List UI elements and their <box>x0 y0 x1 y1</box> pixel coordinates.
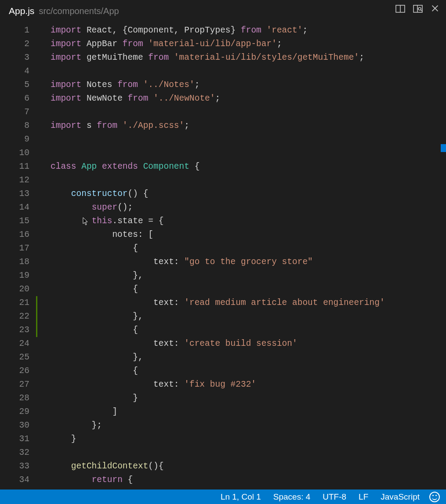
code-line[interactable]: notes: [ <box>51 228 385 242</box>
status-cursor-position[interactable]: Ln 1, Col 1 <box>221 492 261 502</box>
code-line[interactable]: { <box>51 364 385 378</box>
line-number: 25 <box>0 351 37 364</box>
line-number: 6 <box>0 92 37 105</box>
line-number: 17 <box>0 242 37 255</box>
feedback-smiley-icon[interactable] <box>429 492 440 502</box>
line-number: 28 <box>0 392 37 405</box>
line-number: 11 <box>0 160 37 174</box>
line-number: 3 <box>0 51 37 65</box>
line-number: 32 <box>0 446 37 460</box>
line-number: 26 <box>0 364 37 378</box>
line-number: 10 <box>0 146 37 160</box>
line-number: 23 <box>0 323 37 337</box>
code-line[interactable]: { <box>51 242 385 255</box>
code-line[interactable]: ] <box>51 405 385 419</box>
line-number: 12 <box>0 174 37 187</box>
code-line[interactable]: this.state = { <box>51 214 385 228</box>
code-line[interactable]: class App extends Component { <box>51 160 385 174</box>
code-content[interactable]: import React, {Component, PropTypes} fro… <box>37 22 385 489</box>
code-line[interactable]: { <box>51 283 385 296</box>
line-number: 2 <box>0 37 37 51</box>
line-number: 31 <box>0 432 37 446</box>
status-language[interactable]: JavaScript <box>381 492 420 502</box>
code-line[interactable]: import React, {Component, PropTypes} fro… <box>51 24 385 37</box>
code-line[interactable]: import NewNote from '../NewNote'; <box>51 92 385 105</box>
code-line[interactable]: import AppBar from 'material-ui/lib/app-… <box>51 37 385 51</box>
line-number: 29 <box>0 405 37 419</box>
code-line[interactable]: } <box>51 432 385 446</box>
code-line[interactable] <box>51 105 385 119</box>
tab-path: src/components/App <box>39 6 119 16</box>
code-line[interactable] <box>51 133 385 146</box>
status-encoding[interactable]: UTF-8 <box>323 492 346 502</box>
line-number: 16 <box>0 228 37 242</box>
code-line[interactable]: text: 'fix bug #232' <box>51 378 385 392</box>
code-line[interactable] <box>51 446 385 460</box>
code-line[interactable]: } <box>51 392 385 405</box>
line-number: 4 <box>0 65 37 78</box>
line-number: 8 <box>0 119 37 133</box>
line-number: 7 <box>0 105 37 119</box>
code-line[interactable] <box>51 65 385 78</box>
code-line[interactable]: }, <box>51 310 385 323</box>
code-line[interactable]: text: "go to the grocery store" <box>51 255 385 269</box>
line-number: 30 <box>0 419 37 432</box>
editor-tab-bar: App.js src/components/App <box>0 0 446 22</box>
code-line[interactable]: import s from './App.scss'; <box>51 119 385 133</box>
line-number: 27 <box>0 378 37 392</box>
line-number: 13 <box>0 187 37 201</box>
open-preview-icon[interactable] <box>413 4 423 14</box>
code-line[interactable]: getChildContext(){ <box>51 460 385 473</box>
line-number: 18 <box>0 255 37 269</box>
code-editor[interactable]: 1234567891011121314151617181920212223242… <box>0 22 446 489</box>
code-line[interactable]: import Notes from '../Notes'; <box>51 78 385 92</box>
svg-line-5 <box>421 10 422 11</box>
status-eol[interactable]: LF <box>359 492 368 502</box>
line-number: 19 <box>0 269 37 283</box>
tab-filename[interactable]: App.js <box>9 6 34 16</box>
code-line[interactable]: { <box>51 323 385 337</box>
status-indentation[interactable]: Spaces: 4 <box>273 492 311 502</box>
line-number: 5 <box>0 78 37 92</box>
close-icon[interactable] <box>430 4 441 14</box>
tab-actions <box>395 4 441 14</box>
activity-bar-edge <box>0 0 3 22</box>
line-number: 9 <box>0 133 37 146</box>
line-number: 22 <box>0 310 37 323</box>
code-line[interactable]: }, <box>51 351 385 364</box>
code-line[interactable]: return { <box>51 473 385 487</box>
line-number: 15 <box>0 214 37 228</box>
line-number-gutter: 1234567891011121314151617181920212223242… <box>0 22 37 489</box>
code-line[interactable]: }; <box>51 419 385 432</box>
line-number: 33 <box>0 460 37 473</box>
line-number: 1 <box>0 24 37 37</box>
code-line[interactable]: }, <box>51 269 385 283</box>
line-number: 14 <box>0 201 37 214</box>
split-editor-icon[interactable] <box>395 4 406 14</box>
code-line[interactable]: text: 'read medium article about enginee… <box>51 296 385 310</box>
line-number: 34 <box>0 473 37 487</box>
code-line[interactable]: super(); <box>51 201 385 214</box>
code-line[interactable] <box>51 146 385 160</box>
code-line[interactable]: text: 'create build session' <box>51 337 385 351</box>
scrollbar-thumb[interactable] <box>441 144 446 152</box>
code-line[interactable]: constructor() { <box>51 187 385 201</box>
line-number: 24 <box>0 337 37 351</box>
code-line[interactable] <box>51 174 385 187</box>
line-number: 20 <box>0 283 37 296</box>
line-number: 21 <box>0 296 37 310</box>
code-line[interactable]: import getMuiTheme from 'material-ui/lib… <box>51 51 385 65</box>
status-bar: Ln 1, Col 1 Spaces: 4 UTF-8 LF JavaScrip… <box>0 489 446 504</box>
